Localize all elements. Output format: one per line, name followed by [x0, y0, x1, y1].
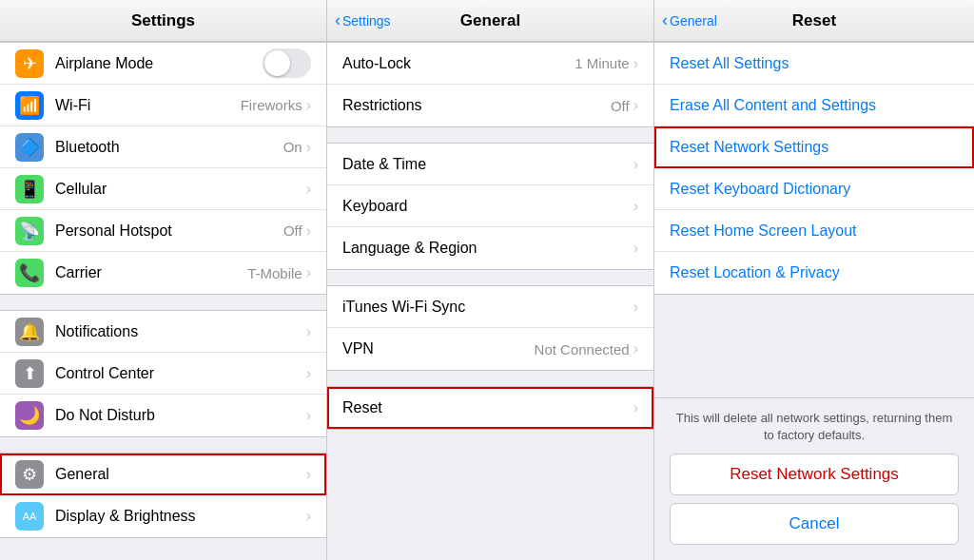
middle-section-2: iTunes Wi-Fi Sync›VPNNot Connected› — [327, 285, 653, 371]
left-section-1: 🔔Notifications›⬆Control Center›🌙Do Not D… — [0, 310, 326, 437]
middle-row-0-0[interactable]: Auto-Lock1 Minute› — [327, 43, 653, 85]
left-row-chevron-1-1: › — [306, 365, 311, 382]
reset-item-label-2: Reset Network Settings — [670, 139, 828, 156]
middle-row-3-0[interactable]: Reset› — [327, 387, 653, 429]
middle-row-label-1-1: Keyboard — [342, 198, 633, 215]
left-row-0-4[interactable]: 📡Personal HotspotOff› — [0, 210, 326, 252]
middle-row-value-0-0: 1 Minute — [575, 55, 630, 71]
reset-item-1[interactable]: Erase All Content and Settings — [654, 85, 974, 126]
right-items: Reset All SettingsErase All Content and … — [654, 42, 974, 560]
left-row-value-0-1: Fireworks — [241, 97, 302, 113]
left-row-icon-1-2: 🌙 — [15, 401, 44, 430]
middle-row-2-1[interactable]: VPNNot Connected› — [327, 328, 653, 370]
reset-item-3[interactable]: Reset Keyboard Dictionary — [654, 168, 974, 210]
middle-row-value-2-1: Not Connected — [535, 341, 630, 357]
left-row-0-1[interactable]: 📶Wi-FiFireworks› — [0, 85, 326, 126]
left-row-0-3[interactable]: 📱Cellular› — [0, 168, 326, 210]
reset-item-label-4: Reset Home Screen Layout — [670, 222, 857, 240]
left-row-value-0-4: Off — [283, 222, 302, 239]
left-row-label-0-4: Personal Hotspot — [55, 222, 283, 240]
middle-back-button[interactable]: ‹ Settings — [335, 11, 391, 30]
middle-row-2-0[interactable]: iTunes Wi-Fi Sync› — [327, 286, 653, 328]
left-row-label-0-0: Airplane Mode — [55, 55, 263, 72]
left-row-2-0[interactable]: ⚙General› — [0, 454, 326, 495]
right-panel-title: Reset — [792, 11, 836, 30]
popup-confirm-button[interactable]: Reset Network Settings — [670, 454, 959, 495]
left-row-icon-1-0: 🔔 — [15, 318, 44, 346]
left-row-chevron-1-2: › — [306, 407, 311, 424]
right-back-chevron: ‹ — [662, 10, 668, 30]
left-row-icon-1-1: ⬆ — [15, 359, 44, 388]
middle-row-chevron-1-2: › — [633, 240, 638, 257]
reset-item-label-0: Reset All Settings — [670, 55, 789, 72]
reset-item-4[interactable]: Reset Home Screen Layout — [654, 210, 974, 252]
left-row-value-0-5: T-Mobile — [247, 265, 302, 281]
reset-item-0[interactable]: Reset All Settings — [654, 43, 974, 85]
left-row-value-0-2: On — [283, 139, 302, 155]
popup-message: This will delete all network settings, r… — [670, 410, 959, 444]
left-row-icon-0-5: 📞 — [15, 259, 44, 287]
middle-row-1-1[interactable]: Keyboard› — [327, 185, 653, 227]
middle-back-label: Settings — [342, 13, 391, 29]
middle-nav-bar: ‹ Settings General — [327, 0, 653, 42]
left-row-chevron-0-2: › — [306, 139, 311, 156]
left-row-chevron-0-5: › — [306, 264, 311, 281]
middle-row-1-2[interactable]: Language & Region› — [327, 227, 653, 269]
right-back-button[interactable]: ‹ General — [662, 11, 717, 30]
left-row-chevron-2-1: › — [306, 508, 311, 525]
middle-section-0: Auto-Lock1 Minute›RestrictionsOff› — [327, 42, 653, 127]
left-row-chevron-2-0: › — [306, 466, 311, 483]
reset-network-popup: This will delete all network settings, r… — [654, 397, 974, 560]
left-row-icon-0-4: 📡 — [15, 217, 44, 245]
middle-row-label-1-0: Date & Time — [342, 156, 633, 173]
middle-row-label-2-1: VPN — [342, 340, 535, 357]
left-row-label-0-2: Bluetooth — [55, 139, 283, 156]
middle-row-chevron-3-0: › — [633, 399, 638, 416]
left-row-label-0-5: Carrier — [55, 264, 247, 281]
middle-row-label-3-0: Reset — [342, 399, 633, 416]
middle-row-chevron-1-1: › — [633, 198, 638, 215]
middle-row-label-2-0: iTunes Wi-Fi Sync — [342, 299, 633, 316]
airplane-mode-toggle[interactable] — [263, 48, 311, 78]
middle-sections: Auto-Lock1 Minute›RestrictionsOff›Date &… — [327, 42, 653, 445]
reset-items-section: Reset All SettingsErase All Content and … — [654, 42, 974, 295]
left-row-icon-2-0: ⚙ — [15, 460, 44, 489]
left-row-0-2[interactable]: 🔷BluetoothOn› — [0, 126, 326, 168]
reset-item-label-5: Reset Location & Privacy — [670, 264, 840, 281]
middle-row-value-0-1: Off — [611, 98, 630, 114]
left-row-0-0[interactable]: ✈Airplane Mode — [0, 43, 326, 85]
middle-panel-title: General — [460, 11, 520, 30]
left-row-0-5[interactable]: 📞CarrierT-Mobile› — [0, 252, 326, 294]
left-panel-title: Settings — [131, 11, 195, 30]
left-row-1-0[interactable]: 🔔Notifications› — [0, 311, 326, 353]
left-row-icon-0-2: 🔷 — [15, 133, 44, 162]
middle-row-chevron-2-0: › — [633, 299, 638, 316]
middle-section-3: Reset› — [327, 386, 653, 430]
left-row-label-1-1: Control Center — [55, 365, 306, 382]
left-row-label-1-0: Notifications — [55, 323, 306, 340]
left-nav-bar: Settings — [0, 0, 326, 42]
middle-row-label-0-1: Restrictions — [342, 97, 611, 114]
left-row-label-0-3: Cellular — [55, 181, 306, 198]
middle-row-0-1[interactable]: RestrictionsOff› — [327, 85, 653, 126]
middle-row-1-0[interactable]: Date & Time› — [327, 144, 653, 185]
reset-item-label-3: Reset Keyboard Dictionary — [670, 181, 850, 198]
left-row-label-0-1: Wi-Fi — [55, 97, 241, 114]
left-row-2-1[interactable]: AADisplay & Brightness› — [0, 495, 326, 537]
left-row-label-1-2: Do Not Disturb — [55, 407, 306, 424]
middle-row-chevron-1-0: › — [633, 156, 638, 173]
popup-cancel-button[interactable]: Cancel — [670, 503, 959, 545]
middle-row-label-0-0: Auto-Lock — [342, 55, 575, 72]
left-row-icon-0-0: ✈ — [15, 49, 44, 78]
middle-row-chevron-0-1: › — [633, 97, 638, 114]
reset-item-5[interactable]: Reset Location & Privacy — [654, 252, 974, 294]
left-section-0: ✈Airplane Mode📶Wi-FiFireworks›🔷Bluetooth… — [0, 42, 326, 295]
left-section-2: ⚙General›AADisplay & Brightness› — [0, 453, 326, 538]
left-row-chevron-0-4: › — [306, 222, 311, 240]
left-row-chevron-0-1: › — [306, 97, 311, 114]
left-row-1-1[interactable]: ⬆Control Center› — [0, 353, 326, 395]
left-row-1-2[interactable]: 🌙Do Not Disturb› — [0, 395, 326, 436]
reset-item-2[interactable]: Reset Network Settings — [654, 126, 974, 168]
left-row-icon-0-3: 📱 — [15, 175, 44, 203]
left-panel: Settings ✈Airplane Mode📶Wi-FiFireworks›🔷… — [0, 0, 327, 560]
